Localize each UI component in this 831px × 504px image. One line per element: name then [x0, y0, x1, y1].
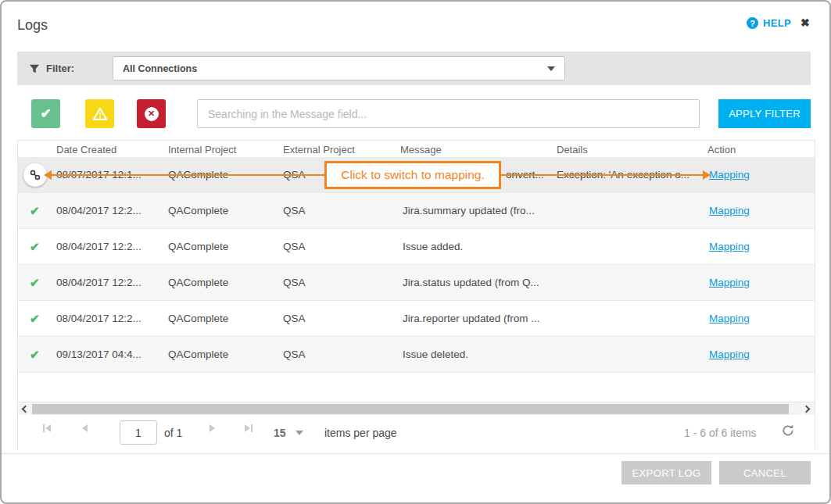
filter-funnel-icon: [29, 63, 40, 74]
scroll-right-icon[interactable]: [803, 406, 811, 413]
cell-message: Jira.summary updated (fro...: [403, 193, 535, 229]
column-header-external-project[interactable]: External Project: [283, 144, 355, 155]
logs-dialog-stage: Logs ? HELP ✖ Filter: All Connections ✔: [0, 0, 831, 504]
check-icon: ✔: [40, 105, 51, 122]
cell-message: Jira.status updated (from Q...: [403, 265, 539, 301]
cell-external: QSA: [283, 193, 306, 229]
chevron-down-icon: [547, 66, 555, 71]
triangle-left-icon: [82, 424, 88, 432]
page-number-input[interactable]: [120, 420, 157, 445]
close-icon[interactable]: ✖: [801, 16, 810, 29]
filter-label: Filter:: [46, 63, 74, 74]
success-check-icon: ✔: [30, 265, 40, 301]
table-row: ✔ 08/04/2017 12:2... QAComplete QSA Jira…: [18, 265, 815, 301]
items-range-label: 1 - 6 of 6 items: [684, 427, 757, 439]
table-row: ✔ 09/13/2017 04:4... QAComplete QSA Issu…: [18, 337, 815, 373]
page-title: Logs: [17, 17, 48, 34]
mapping-link[interactable]: Mapping: [709, 193, 750, 229]
error-circle-icon: ✕: [145, 107, 159, 121]
triangle-left-icon: [45, 424, 51, 432]
page-of-label: of 1: [164, 427, 182, 439]
next-page-button[interactable]: [210, 424, 215, 432]
logs-dialog: Logs ? HELP ✖ Filter: All Connections ✔: [0, 0, 831, 504]
export-log-button[interactable]: EXPORT LOG: [621, 461, 711, 484]
help-question-icon: ?: [747, 17, 758, 29]
column-header-action[interactable]: Action: [707, 144, 736, 155]
mapping-link[interactable]: Mapping: [709, 301, 750, 337]
cancel-button[interactable]: CANCEL: [719, 461, 811, 484]
success-check-icon: ✔: [30, 337, 40, 373]
column-header-message[interactable]: Message: [400, 144, 442, 155]
first-page-icon: [43, 424, 45, 432]
cell-internal: QAComplete: [168, 301, 228, 337]
cell-internal: QAComplete: [168, 337, 228, 373]
mapping-link[interactable]: Mapping: [709, 265, 750, 301]
cell-external: QSA: [283, 301, 306, 337]
annotation-arrow-left: [51, 174, 324, 176]
chain-icon: [29, 169, 41, 181]
column-header-date-created[interactable]: Date Created: [56, 144, 116, 155]
items-per-page-label: items per page: [324, 427, 397, 439]
connection-dropdown-value: All Connections: [123, 63, 547, 74]
scroll-left-icon[interactable]: [22, 406, 30, 413]
page-size-dropdown[interactable]: 15: [274, 427, 303, 439]
column-header-details[interactable]: Details: [557, 144, 588, 155]
cell-date: 08/04/2017 12:2...: [56, 301, 141, 337]
cell-internal: QAComplete: [168, 193, 228, 229]
cell-external: QSA: [283, 265, 306, 301]
success-check-icon: ✔: [30, 229, 40, 265]
triangle-right-icon: [210, 424, 215, 432]
cell-date: 08/04/2017 12:2...: [56, 265, 141, 301]
table-row: ✔ 08/04/2017 12:2... QAComplete QSA Jira…: [18, 301, 815, 337]
table-row: ✔ 08/04/2017 12:2... QAComplete QSA Jira…: [18, 193, 815, 229]
refresh-icon: [781, 424, 795, 438]
filter-warning-button[interactable]: [85, 99, 114, 128]
cell-date: 08/04/2017 12:2...: [56, 229, 141, 265]
scrollbar-thumb[interactable]: [32, 404, 789, 414]
last-page-icon: [251, 424, 253, 432]
refresh-button[interactable]: [781, 424, 795, 441]
annotation-callout: Click to switch to mapping.: [324, 161, 501, 189]
mapping-link[interactable]: Mapping: [709, 157, 750, 193]
horizontal-scrollbar[interactable]: [18, 402, 815, 415]
filter-error-button[interactable]: ✕: [137, 99, 166, 128]
cell-internal: QAComplete: [168, 265, 228, 301]
cell-date: 08/04/2017 12:2...: [56, 193, 141, 229]
cell-external: QSA: [283, 229, 306, 265]
search-input[interactable]: [197, 99, 700, 128]
warning-triangle-icon: [91, 105, 109, 123]
success-check-icon: ✔: [30, 193, 40, 229]
table-row: ✔ 08/04/2017 12:2... QAComplete QSA Issu…: [18, 229, 815, 265]
annotation-arrow-right: [501, 174, 704, 176]
apply-filter-button[interactable]: APPLY FILTER: [718, 99, 811, 128]
footer-divider: [2, 453, 829, 454]
connection-dropdown[interactable]: All Connections: [113, 56, 565, 80]
success-check-icon: ✔: [30, 301, 40, 337]
first-page-button[interactable]: [43, 424, 51, 432]
last-page-button[interactable]: [245, 424, 253, 432]
cell-message: Issue deleted.: [403, 337, 468, 373]
help-label: HELP: [763, 17, 791, 29]
cell-external: QSA: [283, 337, 306, 373]
annotation-arrowhead-left-icon: [44, 170, 52, 180]
triangle-right-icon: [245, 424, 250, 432]
annotation-arrowhead-right-icon: [703, 170, 711, 180]
page-size-value: 15: [274, 427, 286, 439]
help-link[interactable]: ? HELP: [747, 17, 791, 29]
previous-page-button[interactable]: [82, 424, 88, 432]
pager: of 1 15 items per page 1 - 6 of 6 items: [18, 415, 815, 449]
cell-date: 09/13/2017 04:4...: [56, 337, 141, 373]
cell-message: Issue added.: [403, 229, 463, 265]
filter-success-button[interactable]: ✔: [31, 99, 60, 128]
cell-message: Jira.reporter updated (from ...: [403, 301, 540, 337]
cell-internal: QAComplete: [168, 229, 228, 265]
chevron-down-icon: [296, 431, 303, 435]
column-header-internal-project[interactable]: Internal Project: [168, 144, 236, 155]
mapping-link[interactable]: Mapping: [709, 337, 750, 373]
mapping-link[interactable]: Mapping: [709, 229, 750, 265]
